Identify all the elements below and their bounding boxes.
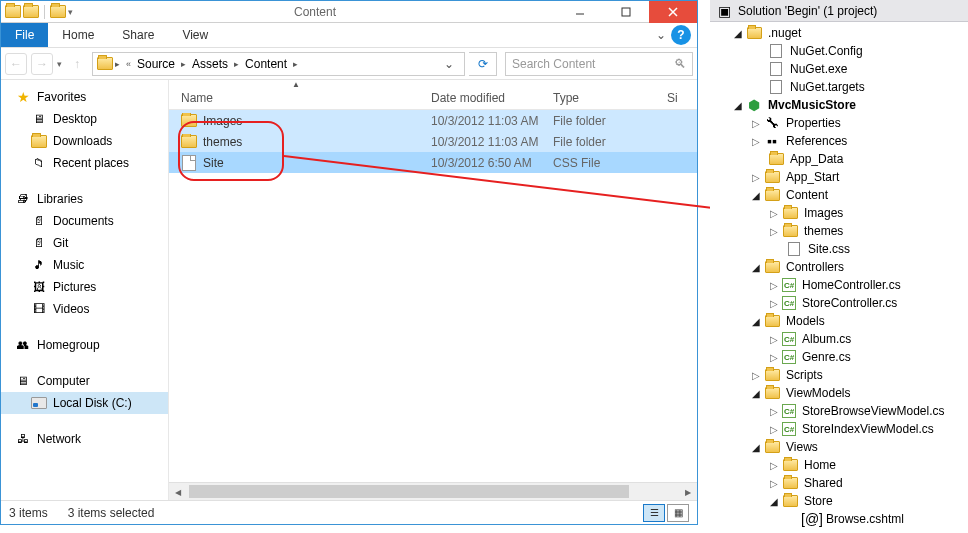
- nav-desktop[interactable]: 🖥︎Desktop: [1, 108, 168, 130]
- close-button[interactable]: [649, 1, 697, 23]
- nav-network[interactable]: 🖧︎Network: [1, 428, 168, 450]
- nav-pictures[interactable]: 🖼︎Pictures: [1, 276, 168, 298]
- expand-icon[interactable]: ▷: [750, 171, 762, 183]
- tree-node[interactable]: ▷C#StoreIndexViewModel.cs: [710, 420, 968, 438]
- tree-node[interactable]: Site.css: [710, 240, 968, 258]
- search-icon[interactable]: 🔍︎: [674, 57, 686, 71]
- ribbon-tab-home[interactable]: Home: [48, 23, 108, 47]
- tree-node[interactable]: ▷C#Album.cs: [710, 330, 968, 348]
- expand-icon[interactable]: ▷: [768, 297, 780, 309]
- tree-node-nuget[interactable]: ◢.nuget: [710, 24, 968, 42]
- scroll-right-icon[interactable]: ▶: [679, 483, 697, 500]
- tree-node[interactable]: NuGet.Config: [710, 42, 968, 60]
- titlebar[interactable]: ▾ Content: [1, 1, 697, 23]
- ribbon-expand-icon[interactable]: ⌄: [651, 23, 671, 47]
- nav-downloads[interactable]: Downloads: [1, 130, 168, 152]
- nav-libraries[interactable]: 📚︎Libraries: [1, 188, 168, 210]
- file-row[interactable]: Images 10/3/2012 11:03 AM File folder: [169, 110, 697, 131]
- expand-icon[interactable]: ▷: [768, 351, 780, 363]
- col-date[interactable]: Date modified: [423, 91, 545, 109]
- scroll-left-icon[interactable]: ◀: [169, 483, 187, 500]
- tree-node[interactable]: NuGet.targets: [710, 78, 968, 96]
- file-row[interactable]: themes 10/3/2012 11:03 AM File folder: [169, 131, 697, 152]
- quick-properties-icon[interactable]: [50, 4, 66, 20]
- maximize-button[interactable]: [603, 1, 649, 23]
- expand-icon[interactable]: ▷: [750, 117, 762, 129]
- forward-button[interactable]: →: [31, 53, 53, 75]
- expand-icon[interactable]: ▷: [768, 225, 780, 237]
- crumb[interactable]: Content: [241, 57, 291, 71]
- crumb[interactable]: Source: [133, 57, 179, 71]
- tree-node-appdata[interactable]: App_Data: [710, 150, 968, 168]
- expand-icon[interactable]: ▷: [750, 369, 762, 381]
- horizontal-scrollbar[interactable]: ◀ ▶: [169, 482, 697, 500]
- tree-node[interactable]: ▷Home: [710, 456, 968, 474]
- col-name[interactable]: Name: [169, 91, 423, 109]
- tree-node-properties[interactable]: ▷🔧︎Properties: [710, 114, 968, 132]
- breadcrumb[interactable]: ▸« Source▸ Assets▸ Content▸ ⌄: [92, 52, 465, 76]
- tree-node[interactable]: ▷C#HomeController.cs: [710, 276, 968, 294]
- expand-icon[interactable]: ▷: [768, 477, 780, 489]
- tree-node-viewmodels[interactable]: ◢ViewModels: [710, 384, 968, 402]
- refresh-button[interactable]: ⟳: [469, 52, 497, 76]
- tree-node[interactable]: NuGet.exe: [710, 60, 968, 78]
- tree-node[interactable]: ▷themes: [710, 222, 968, 240]
- nav-git[interactable]: 📄︎Git: [1, 232, 168, 254]
- expand-icon[interactable]: ▷: [750, 135, 762, 147]
- nav-favorites[interactable]: ★Favorites: [1, 86, 168, 108]
- tree-node-controllers[interactable]: ◢Controllers: [710, 258, 968, 276]
- scroll-thumb[interactable]: [189, 485, 629, 498]
- help-button[interactable]: ?: [671, 25, 691, 45]
- breadcrumb-dropdown-icon[interactable]: ⌄: [438, 57, 460, 71]
- view-details-button[interactable]: ☰: [643, 504, 665, 522]
- expand-icon[interactable]: ▷: [768, 405, 780, 417]
- nav-recent[interactable]: 📁︎Recent places: [1, 152, 168, 174]
- nav-homegroup[interactable]: 👥︎Homegroup: [1, 334, 168, 356]
- expand-icon[interactable]: ▷: [768, 423, 780, 435]
- file-row[interactable]: Site 10/3/2012 6:50 AM CSS File: [169, 152, 697, 173]
- view-icons-button[interactable]: ▦: [667, 504, 689, 522]
- tree-node-models[interactable]: ◢Models: [710, 312, 968, 330]
- tree-node-project[interactable]: ◢⬢MvcMusicStore: [710, 96, 968, 114]
- tree-node[interactable]: ▷Shared: [710, 474, 968, 492]
- collapse-icon[interactable]: ◢: [768, 495, 780, 507]
- tree-node-views[interactable]: ◢Views: [710, 438, 968, 456]
- solution-title[interactable]: ▣ Solution 'Begin' (1 project): [710, 0, 968, 22]
- ribbon-tab-view[interactable]: View: [168, 23, 222, 47]
- expand-icon[interactable]: ▷: [768, 279, 780, 291]
- ribbon-tab-share[interactable]: Share: [108, 23, 168, 47]
- collapse-icon[interactable]: ◢: [750, 315, 762, 327]
- tree-node-store[interactable]: ◢Store: [710, 492, 968, 510]
- quick-new-folder-icon[interactable]: [23, 4, 39, 20]
- tree-node-references[interactable]: ▷▪▪References: [710, 132, 968, 150]
- expand-icon[interactable]: ▷: [768, 333, 780, 345]
- collapse-icon[interactable]: ◢: [750, 441, 762, 453]
- collapse-icon[interactable]: ◢: [750, 189, 762, 201]
- collapse-icon[interactable]: ◢: [750, 387, 762, 399]
- tree-node[interactable]: ▷C#StoreController.cs: [710, 294, 968, 312]
- col-size[interactable]: Si: [659, 91, 697, 109]
- tree-node[interactable]: ▷C#Genre.cs: [710, 348, 968, 366]
- back-button[interactable]: ←: [5, 53, 27, 75]
- tree-node-content[interactable]: ◢Content: [710, 186, 968, 204]
- nav-computer[interactable]: 🖥︎Computer: [1, 370, 168, 392]
- ribbon-tab-file[interactable]: File: [1, 23, 48, 47]
- col-type[interactable]: Type: [545, 91, 659, 109]
- collapse-icon[interactable]: ◢: [732, 27, 744, 39]
- tree-node[interactable]: [@]Browse.cshtml: [710, 510, 968, 528]
- up-button[interactable]: ↑: [66, 53, 88, 75]
- collapse-icon[interactable]: ◢: [732, 99, 744, 111]
- nav-videos[interactable]: 🎞︎Videos: [1, 298, 168, 320]
- nav-documents[interactable]: 📄︎Documents: [1, 210, 168, 232]
- expand-icon[interactable]: ▷: [768, 459, 780, 471]
- tree-node-appstart[interactable]: ▷App_Start: [710, 168, 968, 186]
- collapse-icon[interactable]: ◢: [750, 261, 762, 273]
- crumb[interactable]: Assets: [188, 57, 232, 71]
- search-input[interactable]: Search Content 🔍︎: [505, 52, 693, 76]
- tree-node-scripts[interactable]: ▷Scripts: [710, 366, 968, 384]
- tree-node[interactable]: ▷C#StoreBrowseViewModel.cs: [710, 402, 968, 420]
- tree-node[interactable]: ▷Images: [710, 204, 968, 222]
- minimize-button[interactable]: [557, 1, 603, 23]
- nav-local-disk[interactable]: Local Disk (C:): [1, 392, 168, 414]
- expand-icon[interactable]: ▷: [768, 207, 780, 219]
